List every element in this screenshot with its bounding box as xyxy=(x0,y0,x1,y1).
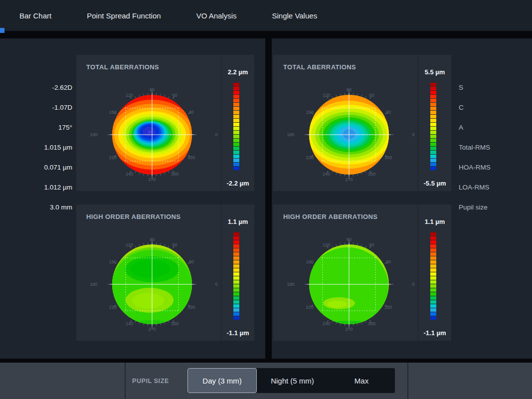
angle-label-240: 240 xyxy=(126,172,133,177)
readout-value-a: 175° xyxy=(0,123,72,132)
colorbar-segment xyxy=(430,83,436,86)
top-separator xyxy=(0,31,532,38)
readout-label-total-rms: Total-RMS xyxy=(459,143,531,152)
panel-right-total: TOTAL ABERRATIONS03060901201501802102402… xyxy=(273,55,451,191)
readout-label-a: A xyxy=(459,123,531,132)
angle-label-0: 0 xyxy=(215,282,217,287)
aberration-map: 0306090120150180210240270300330 xyxy=(76,55,221,191)
angle-label-300: 300 xyxy=(171,172,178,177)
colorbar-segment xyxy=(430,119,436,122)
readout-label-s: S xyxy=(459,83,531,92)
angle-label-90: 90 xyxy=(347,87,352,92)
colorbar-segment xyxy=(430,276,436,280)
colorbar xyxy=(430,83,436,171)
colorbar-segment xyxy=(233,308,239,312)
colorbar-segment xyxy=(430,147,436,150)
colorbar-segment xyxy=(430,292,436,296)
colorbar-segment xyxy=(233,87,239,90)
colorbar-segment xyxy=(430,268,436,272)
tab-bar-chart[interactable]: Bar Chart xyxy=(19,11,51,20)
tab-vo-analysis[interactable]: VO Analysis xyxy=(196,11,237,20)
colorbar xyxy=(430,232,436,320)
readout-label-hoa-rms: HOA-RMS xyxy=(459,163,531,172)
colorbar-segment xyxy=(430,155,436,158)
angle-label-180: 180 xyxy=(90,282,97,287)
pupil-size-option-night-5-mm[interactable]: Night (5 mm) xyxy=(257,368,328,393)
colorbar-zone: 1.1 µm-1.1 µm xyxy=(418,204,451,341)
colorbar-segment xyxy=(430,296,436,300)
colorbar-segment xyxy=(233,127,239,130)
angle-label-240: 240 xyxy=(126,321,133,326)
colorbar-segment xyxy=(233,260,239,264)
colorbar-segment xyxy=(233,155,239,158)
angle-label-330: 330 xyxy=(384,155,392,160)
colorbar-min-label: -5.5 µm xyxy=(418,180,451,187)
pupil-size-option-day-3-mm[interactable]: Day (3 mm) xyxy=(187,368,257,393)
colorbar-segment xyxy=(233,119,239,122)
readout-label-c: C xyxy=(459,103,531,112)
angle-label-60: 60 xyxy=(369,93,374,98)
colorbar-segment xyxy=(233,252,239,256)
angle-label-330: 330 xyxy=(384,305,392,310)
angle-label-150: 150 xyxy=(109,110,117,115)
angle-label-180: 180 xyxy=(287,282,294,287)
colorbar-segment xyxy=(233,296,239,300)
colorbar-segment xyxy=(233,95,239,98)
colorbar-segment xyxy=(430,135,436,138)
colorbar-segment xyxy=(233,248,239,252)
colorbar-segment xyxy=(430,300,436,304)
readout-value-total-rms: 1.015 µm xyxy=(0,143,72,152)
aberration-map: 0306090120150180210240270300330 xyxy=(273,55,418,191)
colorbar-segment xyxy=(233,264,239,268)
angle-label-240: 240 xyxy=(323,321,330,326)
colorbar-max-label: 1.1 µm xyxy=(221,218,254,225)
colorbar-segment xyxy=(233,236,239,240)
colorbar-max-label: 5.5 µm xyxy=(418,68,451,76)
colorbar-segment xyxy=(430,260,436,264)
colorbar-segment xyxy=(430,103,436,106)
angle-label-120: 120 xyxy=(323,242,330,247)
maps-content-area: -2.62D-1.07D175°1.015 µm0.071 µm1.012 µm… xyxy=(0,38,532,359)
angle-label-0: 0 xyxy=(412,282,414,287)
colorbar xyxy=(233,83,239,171)
pupil-size-option-max[interactable]: Max xyxy=(328,368,395,393)
colorbar-segment xyxy=(430,139,436,142)
colorbar-segment xyxy=(430,91,436,94)
colorbar-segment xyxy=(233,312,239,316)
footer-bar: PUPIL SIZE Day (3 mm)Night (5 mm)Max xyxy=(0,363,532,399)
pupil-size-button-group: Day (3 mm)Night (5 mm)Max xyxy=(187,368,395,393)
readout-value-hoa-rms: 0.071 µm xyxy=(0,163,72,172)
colorbar-max-label: 2.2 µm xyxy=(221,68,254,76)
colorbar-segment xyxy=(233,139,239,142)
colorbar-max-label: 1.1 µm xyxy=(418,218,451,225)
colorbar-segment xyxy=(430,272,436,276)
colorbar-min-label: -2.2 µm xyxy=(221,180,254,187)
angle-label-0: 0 xyxy=(215,132,217,137)
colorbar-segment xyxy=(233,131,239,134)
colorbar-segment xyxy=(233,300,239,304)
colorbar-segment xyxy=(233,163,239,166)
colorbar-segment xyxy=(430,308,436,312)
colorbar-zone: 1.1 µm-1.1 µm xyxy=(221,204,254,341)
colorbar-segment xyxy=(233,167,239,170)
tab-point-spread-function[interactable]: Point Spread Function xyxy=(87,11,161,20)
angle-label-210: 210 xyxy=(306,155,314,160)
center-divider xyxy=(265,38,272,359)
colorbar-segment xyxy=(233,135,239,138)
angle-label-300: 300 xyxy=(368,172,375,177)
colorbar-segment xyxy=(430,143,436,146)
angle-label-30: 30 xyxy=(386,110,391,115)
angle-label-30: 30 xyxy=(386,259,391,264)
colorbar-segment xyxy=(233,284,239,288)
tab-single-values[interactable]: Single Values xyxy=(272,11,318,20)
colorbar-segment xyxy=(430,252,436,256)
active-indicator xyxy=(0,28,4,33)
colorbar-segment xyxy=(430,284,436,288)
colorbar-segment xyxy=(430,244,436,248)
colorbar-segment xyxy=(233,115,239,118)
footer-divider-left xyxy=(125,363,126,399)
colorbar-segment xyxy=(233,151,239,154)
colorbar-segment xyxy=(233,107,239,110)
angle-label-90: 90 xyxy=(150,237,155,242)
colorbar-segment xyxy=(233,292,239,296)
